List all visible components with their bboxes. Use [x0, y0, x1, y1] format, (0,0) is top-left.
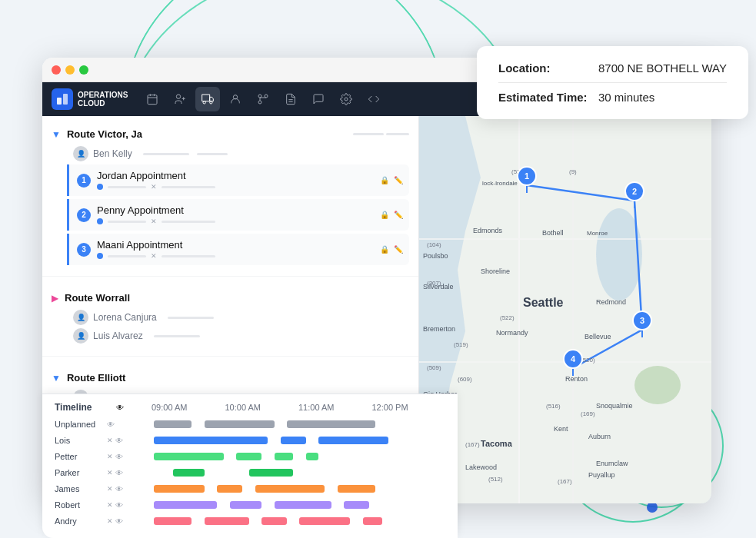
appt-penny-lock-icon: 🔒 — [380, 211, 389, 219]
appt-maani-edit-icon[interactable]: ✏️ — [394, 245, 403, 254]
svg-point-11 — [210, 101, 212, 104]
route-elliott-arrow: ▼ — [52, 373, 61, 384]
tl-bars-robert — [128, 500, 445, 510]
appt-maani-dot — [97, 253, 103, 259]
nav-truck[interactable] — [195, 87, 220, 111]
route-elliott-header[interactable]: ▼ Route Elliott — [52, 366, 409, 390]
traffic-light-minimize[interactable] — [65, 65, 75, 75]
appointment-penny[interactable]: 2 Penny Appointment ✕ 🔒 — [67, 199, 409, 231]
bar-lois-3 — [318, 437, 388, 444]
tl-icons-james: ✕ 👁 — [107, 485, 128, 493]
appt-jordan-fields: ✕ — [97, 183, 380, 191]
route-worrall-header[interactable]: ▶ Route Worrall — [52, 286, 409, 310]
route-victor-header[interactable]: ▼ Route Victor, Ja — [52, 122, 409, 146]
driver-worrall1-avatar: 👤 — [73, 310, 88, 325]
route-worrall-name: Route Worrall — [65, 292, 130, 304]
route-section-victor: ▼ Route Victor, Ja 👤 Ben Kelly — [42, 116, 418, 273]
timeline-header: Timeline 👁 09:00 AM 10:00 AM 11:00 AM 12… — [55, 402, 445, 413]
svg-text:(522): (522) — [500, 314, 515, 321]
appointment-jordan[interactable]: 1 Jordan Appointment ✕ 🔒 — [67, 164, 409, 196]
appt-penny-info: Penny Appointment ✕ — [97, 204, 380, 225]
appt-penny-actions: 🔒 ✏️ — [380, 211, 403, 219]
svg-text:Redmond: Redmond — [596, 298, 626, 306]
nav-calendar[interactable] — [140, 87, 165, 111]
driver-worrall2-avatar: 👤 — [73, 328, 88, 344]
nav-person[interactable] — [223, 87, 248, 111]
bar-petter-3 — [275, 453, 294, 460]
tl-icons-andry: ✕ 👁 — [107, 517, 128, 526]
appt-maani-name: Maani Appointment — [97, 239, 380, 251]
x-lois-icon: ✕ — [107, 437, 113, 445]
timeline-eye-icon[interactable]: 👁 — [116, 404, 124, 412]
driver-worrall1-name: Lorena Canjura — [93, 312, 157, 323]
nav-settings[interactable] — [334, 87, 358, 111]
bar-parker-1 — [173, 469, 205, 477]
bar-petter-2 — [236, 453, 261, 460]
svg-text:Renton: Renton — [565, 375, 588, 383]
route-elliott-name: Route Elliott — [67, 372, 126, 384]
eye-parker-icon[interactable]: 👁 — [115, 469, 123, 477]
route-victor-bar1 — [353, 133, 384, 135]
eye-petter-icon[interactable]: 👁 — [115, 453, 123, 461]
svg-point-9 — [177, 95, 181, 98]
bar-andry-1 — [154, 517, 191, 525]
tl-icons-unplanned: 👁 — [107, 420, 128, 429]
tl-bars-parker — [128, 468, 445, 477]
nav-chat[interactable] — [306, 87, 331, 111]
x-james-icon: ✕ — [107, 485, 113, 493]
bar-lois-1 — [154, 437, 268, 444]
svg-text:Snoqualmie: Snoqualmie — [596, 402, 633, 410]
logo-text: OPERATIONS CLOUD — [78, 91, 128, 108]
bar-andry-3 — [261, 517, 287, 525]
tl-bars-unplanned — [128, 420, 445, 429]
tl-name-robert: Robert — [55, 500, 107, 510]
appt-penny-edit-icon[interactable]: ✏️ — [394, 211, 403, 219]
appt-jordan-dot — [97, 184, 103, 190]
svg-text:(169): (169) — [581, 410, 595, 417]
nav-code[interactable] — [361, 87, 386, 111]
appointment-maani[interactable]: 3 Maani Appointment ✕ 🔒 — [67, 234, 409, 265]
svg-text:lock-Irondale: lock-Irondale — [482, 180, 518, 187]
eye-robert-icon[interactable]: 👁 — [115, 501, 123, 510]
timeline-row-petter: Petter ✕ 👁 — [55, 450, 445, 463]
route-victor-name: Route Victor, Ja — [67, 128, 142, 140]
nav-users[interactable] — [168, 87, 192, 111]
tl-name-petter: Petter — [55, 452, 107, 461]
svg-point-15 — [265, 95, 268, 98]
eye-andry-icon[interactable]: 👁 — [115, 517, 123, 526]
driver-victor-avatar: 👤 — [73, 146, 88, 161]
section-divider-1 — [42, 276, 418, 277]
x-robert-icon: ✕ — [107, 501, 113, 510]
svg-text:(519): (519) — [454, 341, 468, 348]
svg-point-18 — [345, 98, 348, 101]
traffic-light-close[interactable] — [52, 65, 61, 75]
time-1100: 11:00 AM — [298, 403, 372, 412]
section-divider-2 — [42, 356, 418, 357]
tl-name-lois: Lois — [55, 436, 107, 445]
tl-name-parker: Parker — [55, 468, 107, 477]
svg-text:3: 3 — [640, 316, 644, 325]
svg-text:(609): (609) — [458, 376, 472, 383]
eye-lois-icon[interactable]: 👁 — [115, 437, 123, 445]
tl-icons-parker: ✕ 👁 — [107, 469, 128, 477]
eye-unplanned-icon[interactable]: 👁 — [107, 420, 115, 429]
bar-unplanned-3 — [287, 420, 375, 428]
bar-andry-2 — [205, 517, 249, 525]
svg-point-2 — [647, 502, 658, 513]
nav-document[interactable] — [278, 87, 303, 111]
tl-bars-james — [128, 484, 445, 493]
svg-rect-3 — [57, 98, 62, 105]
appt-jordan-edit-icon[interactable]: ✏️ — [394, 176, 403, 184]
logo-icon — [52, 88, 73, 110]
time-0900: 09:00 AM — [152, 403, 225, 412]
traffic-light-maximize[interactable] — [79, 65, 88, 75]
map-area[interactable]: (525) (9) (104) (307) (520) (169) (167) … — [419, 116, 711, 503]
svg-rect-5 — [148, 95, 157, 105]
bar-robert-3 — [275, 501, 331, 509]
nav-branches[interactable] — [251, 87, 275, 111]
svg-text:Bothell: Bothell — [542, 229, 564, 237]
timeline-row-andry: Andry ✕ 👁 — [55, 514, 445, 528]
appt-maani-number: 3 — [77, 243, 91, 257]
svg-text:(9): (9) — [569, 168, 577, 175]
eye-james-icon[interactable]: 👁 — [115, 485, 123, 493]
